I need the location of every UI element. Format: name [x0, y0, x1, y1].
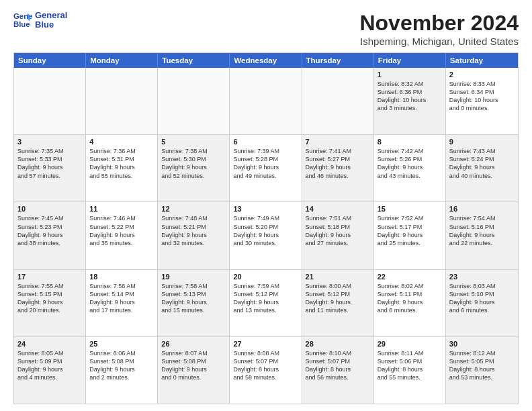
calendar-cell: 18Sunrise: 7:56 AM Sunset: 5:14 PM Dayli… — [86, 270, 158, 336]
day-number: 12 — [161, 205, 226, 213]
day-number: 2 — [449, 71, 515, 79]
logo-line2: Blue — [35, 20, 67, 30]
calendar-cell: 30Sunrise: 8:12 AM Sunset: 5:05 PM Dayli… — [446, 337, 518, 404]
calendar-cell: 20Sunrise: 7:59 AM Sunset: 5:12 PM Dayli… — [230, 270, 302, 336]
subtitle: Ishpeming, Michigan, United States — [359, 36, 519, 47]
calendar-body: 1Sunrise: 8:32 AM Sunset: 6:36 PM Daylig… — [14, 68, 518, 404]
day-number: 1 — [378, 71, 442, 79]
day-info: Sunrise: 8:06 AM Sunset: 5:08 PM Dayligh… — [89, 349, 154, 382]
day-number: 27 — [233, 340, 298, 348]
calendar-cell: 24Sunrise: 8:05 AM Sunset: 5:09 PM Dayli… — [14, 337, 86, 404]
day-info: Sunrise: 7:38 AM Sunset: 5:30 PM Dayligh… — [161, 147, 226, 180]
day-number: 10 — [17, 205, 82, 213]
logo-line1: General — [35, 11, 67, 20]
day-info: Sunrise: 7:36 AM Sunset: 5:31 PM Dayligh… — [89, 147, 154, 180]
calendar-cell: 25Sunrise: 8:06 AM Sunset: 5:08 PM Dayli… — [86, 337, 158, 404]
day-info: Sunrise: 8:10 AM Sunset: 5:07 PM Dayligh… — [306, 349, 370, 382]
calendar-cell: 21Sunrise: 8:00 AM Sunset: 5:12 PM Dayli… — [302, 270, 374, 336]
day-number: 18 — [89, 273, 154, 281]
calendar-cell: 17Sunrise: 7:55 AM Sunset: 5:15 PM Dayli… — [14, 270, 86, 336]
day-info: Sunrise: 7:51 AM Sunset: 5:18 PM Dayligh… — [306, 214, 370, 247]
calendar-header-row: SundayMondayTuesdayWednesdayThursdayFrid… — [14, 53, 518, 68]
calendar: SundayMondayTuesdayWednesdayThursdayFrid… — [13, 52, 519, 404]
day-number: 23 — [449, 273, 515, 281]
calendar-cell: 6Sunrise: 7:39 AM Sunset: 5:28 PM Daylig… — [230, 135, 302, 201]
day-info: Sunrise: 8:00 AM Sunset: 5:12 PM Dayligh… — [306, 282, 370, 315]
calendar-cell: 9Sunrise: 7:43 AM Sunset: 5:24 PM Daylig… — [446, 135, 518, 201]
day-number: 25 — [89, 340, 154, 348]
day-number: 4 — [89, 138, 154, 146]
calendar-cell: 28Sunrise: 8:10 AM Sunset: 5:07 PM Dayli… — [302, 337, 374, 404]
calendar-cell: 2Sunrise: 8:33 AM Sunset: 6:34 PM Daylig… — [446, 68, 518, 134]
day-number: 13 — [233, 205, 298, 213]
calendar-row: 1Sunrise: 8:32 AM Sunset: 6:36 PM Daylig… — [14, 68, 518, 135]
day-info: Sunrise: 7:45 AM Sunset: 5:23 PM Dayligh… — [17, 214, 82, 247]
day-number: 14 — [306, 205, 370, 213]
day-info: Sunrise: 8:02 AM Sunset: 5:11 PM Dayligh… — [378, 282, 442, 315]
logo: General Blue General Blue — [13, 11, 67, 30]
day-number: 16 — [449, 205, 515, 213]
main-title: November 2024 — [359, 11, 519, 36]
calendar-row: 10Sunrise: 7:45 AM Sunset: 5:23 PM Dayli… — [14, 202, 518, 269]
day-number: 3 — [17, 138, 82, 146]
day-number: 7 — [306, 138, 370, 146]
day-number: 21 — [306, 273, 370, 281]
day-info: Sunrise: 8:03 AM Sunset: 5:10 PM Dayligh… — [449, 282, 515, 315]
day-number: 22 — [378, 273, 442, 281]
calendar-cell: 3Sunrise: 7:35 AM Sunset: 5:33 PM Daylig… — [14, 135, 86, 201]
calendar-cell: 13Sunrise: 7:49 AM Sunset: 5:20 PM Dayli… — [230, 202, 302, 269]
day-info: Sunrise: 8:11 AM Sunset: 5:06 PM Dayligh… — [378, 349, 442, 382]
day-info: Sunrise: 7:49 AM Sunset: 5:20 PM Dayligh… — [233, 214, 298, 247]
day-number: 26 — [161, 340, 226, 348]
day-number: 29 — [378, 340, 442, 348]
calendar-header-cell: Wednesday — [230, 53, 302, 68]
day-number: 8 — [378, 138, 442, 146]
calendar-cell — [86, 68, 158, 134]
day-info: Sunrise: 7:48 AM Sunset: 5:21 PM Dayligh… — [161, 214, 226, 247]
day-number: 11 — [89, 205, 154, 213]
day-info: Sunrise: 7:46 AM Sunset: 5:22 PM Dayligh… — [89, 214, 154, 247]
calendar-header-cell: Saturday — [446, 53, 518, 68]
day-number: 9 — [449, 138, 515, 146]
calendar-cell: 15Sunrise: 7:52 AM Sunset: 5:17 PM Dayli… — [374, 202, 446, 269]
day-info: Sunrise: 8:05 AM Sunset: 5:09 PM Dayligh… — [17, 349, 82, 382]
day-number: 19 — [161, 273, 226, 281]
calendar-cell: 11Sunrise: 7:46 AM Sunset: 5:22 PM Dayli… — [86, 202, 158, 269]
calendar-cell: 7Sunrise: 7:41 AM Sunset: 5:27 PM Daylig… — [302, 135, 374, 201]
day-info: Sunrise: 8:33 AM Sunset: 6:34 PM Dayligh… — [449, 80, 515, 113]
calendar-cell: 26Sunrise: 8:07 AM Sunset: 5:08 PM Dayli… — [158, 337, 230, 404]
day-number: 24 — [17, 340, 82, 348]
calendar-header-cell: Sunday — [14, 53, 86, 68]
title-block: November 2024 Ishpeming, Michigan, Unite… — [359, 11, 519, 47]
calendar-header-cell: Monday — [86, 53, 158, 68]
calendar-cell: 19Sunrise: 7:58 AM Sunset: 5:13 PM Dayli… — [158, 270, 230, 336]
day-info: Sunrise: 7:43 AM Sunset: 5:24 PM Dayligh… — [449, 147, 515, 180]
calendar-cell: 8Sunrise: 7:42 AM Sunset: 5:26 PM Daylig… — [374, 135, 446, 201]
header: General Blue General Blue November 2024 … — [13, 11, 519, 47]
calendar-header-cell: Thursday — [302, 53, 374, 68]
day-info: Sunrise: 7:56 AM Sunset: 5:14 PM Dayligh… — [89, 282, 154, 315]
day-info: Sunrise: 7:39 AM Sunset: 5:28 PM Dayligh… — [233, 147, 298, 180]
day-info: Sunrise: 8:08 AM Sunset: 5:07 PM Dayligh… — [233, 349, 298, 382]
calendar-cell — [14, 68, 86, 134]
day-info: Sunrise: 7:42 AM Sunset: 5:26 PM Dayligh… — [378, 147, 442, 180]
logo-icon: General Blue — [13, 11, 32, 30]
day-info: Sunrise: 8:32 AM Sunset: 6:36 PM Dayligh… — [378, 80, 442, 113]
day-info: Sunrise: 7:35 AM Sunset: 5:33 PM Dayligh… — [17, 147, 82, 180]
calendar-cell: 1Sunrise: 8:32 AM Sunset: 6:36 PM Daylig… — [374, 68, 446, 134]
calendar-cell: 10Sunrise: 7:45 AM Sunset: 5:23 PM Dayli… — [14, 202, 86, 269]
svg-text:Blue: Blue — [13, 20, 30, 28]
day-info: Sunrise: 7:54 AM Sunset: 5:16 PM Dayligh… — [449, 214, 515, 247]
calendar-cell: 23Sunrise: 8:03 AM Sunset: 5:10 PM Dayli… — [446, 270, 518, 336]
day-info: Sunrise: 7:41 AM Sunset: 5:27 PM Dayligh… — [306, 147, 370, 180]
day-info: Sunrise: 7:55 AM Sunset: 5:15 PM Dayligh… — [17, 282, 82, 315]
calendar-cell: 12Sunrise: 7:48 AM Sunset: 5:21 PM Dayli… — [158, 202, 230, 269]
calendar-cell: 16Sunrise: 7:54 AM Sunset: 5:16 PM Dayli… — [446, 202, 518, 269]
page: General Blue General Blue November 2024 … — [0, 0, 532, 411]
calendar-cell — [158, 68, 230, 134]
day-info: Sunrise: 8:07 AM Sunset: 5:08 PM Dayligh… — [161, 349, 226, 382]
calendar-cell: 29Sunrise: 8:11 AM Sunset: 5:06 PM Dayli… — [374, 337, 446, 404]
calendar-header-cell: Friday — [374, 53, 446, 68]
day-number: 20 — [233, 273, 298, 281]
calendar-row: 3Sunrise: 7:35 AM Sunset: 5:33 PM Daylig… — [14, 135, 518, 202]
